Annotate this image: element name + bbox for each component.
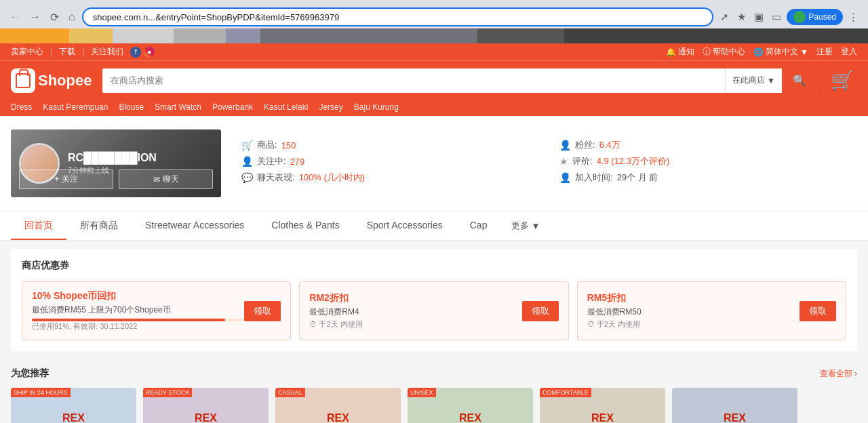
see-all-link[interactable]: 查看全部 › (820, 368, 857, 380)
joined-label: 加入时间: (575, 172, 613, 184)
rec-badge-1: SHIP IN 24 HOURS (11, 388, 71, 397)
browser-actions: ➚ ★ ▣ ▭ Paused ⋮ (717, 8, 861, 26)
coupon-claim-button-2[interactable]: 领取 (522, 301, 559, 321)
stat-products: 🛒 商品: 150 (241, 139, 539, 151)
download-link[interactable]: 下载 (59, 46, 75, 58)
header-top-right: 🔔 通知 ⓘ 帮助中心 🌐 简体中文 ▼ 注册 登入 (666, 46, 857, 58)
tab-all-products[interactable]: 所有商品 (66, 212, 132, 240)
star-icon: ★ (559, 156, 568, 167)
products-label: 商品: (257, 139, 277, 151)
rec-badge-5: COMFORTABLE (540, 388, 591, 397)
language-selector[interactable]: 🌐 简体中文 ▼ (753, 46, 808, 58)
nav-link-blouse[interactable]: Blouse (119, 102, 144, 112)
extensions-button[interactable]: ▣ (751, 8, 766, 26)
stat-chat: 💬 聊天表现: 100% (几小时内) (241, 172, 539, 184)
back-button[interactable]: ← (7, 8, 23, 26)
coupon-title-3: RM5折扣 (587, 292, 800, 304)
rec-badge-2: READY STOCK (143, 388, 192, 397)
coupon-claim-button-1[interactable]: 领取 (244, 301, 281, 321)
rec-card-img-1: SHIP IN 24 HOURS REX (11, 388, 136, 423)
chat-button[interactable]: ✉ 聊天 (119, 169, 213, 189)
nav-link-kasut-perempuan[interactable]: Kasut Perempuan (43, 102, 108, 112)
search-button[interactable]: 🔍 (782, 68, 817, 93)
rec-card-6[interactable]: REX (672, 388, 797, 423)
coupon-desc-2: 最低消费RM4 (309, 306, 521, 318)
coupon-info-3: RM5折扣 最低消费RM50 ⏱ 于2天 内使用 (587, 292, 800, 329)
rating-value: 4.9 (12.3万个评价) (597, 155, 670, 167)
tab-view-button[interactable]: ▭ (769, 8, 784, 26)
nav-link-dress[interactable]: Dress (11, 102, 32, 112)
tab-cap[interactable]: Cap (456, 212, 501, 240)
seller-center-link[interactable]: 卖家中心 (11, 46, 43, 58)
calendar-icon: 👤 (559, 172, 571, 183)
chat-perf-icon: 💬 (241, 172, 253, 183)
rec-card-4[interactable]: UNISEX REX (408, 388, 533, 423)
rating-label: 评价: (572, 155, 593, 167)
rec-card-2[interactable]: READY STOCK REX (143, 388, 269, 423)
logo-area[interactable]: Shopee (11, 68, 92, 93)
coupon-claim-button-3[interactable]: 领取 (800, 301, 836, 321)
chevron-down-icon: ▼ (531, 221, 540, 231)
followers-label: 粉丝: (575, 139, 595, 151)
stat-joined: 👤 加入时间: 29个 月 前 (559, 172, 857, 184)
rec-card-3[interactable]: CASUAL REX (275, 388, 401, 423)
cart-button[interactable]: 🛒 (828, 66, 857, 94)
coupons-grid: 10% Shopee币回扣 最低消费RM55 上限为700个Shopee币 已使… (22, 281, 846, 340)
followers-value: 6.4万 (599, 139, 620, 151)
user-avatar-dot (793, 11, 806, 23)
coupon-card-1: 10% Shopee币回扣 最低消费RM55 上限为700个Shopee币 已使… (22, 281, 291, 340)
rec-card-5[interactable]: COMFORTABLE REX (540, 388, 665, 423)
help-link[interactable]: ⓘ 帮助中心 (703, 46, 745, 58)
home-button[interactable]: ⌂ (66, 8, 78, 26)
forward-button[interactable]: → (27, 8, 43, 26)
tab-streetwear[interactable]: Streetwear Accessories (132, 212, 258, 240)
store-stats: 🛒 商品: 150 👤 粉丝: 6.4万 👤 关注中: 279 ★ 评价: 4.… (241, 129, 857, 197)
register-link[interactable]: 注册 (816, 46, 833, 58)
question-icon: ⓘ (703, 46, 711, 58)
following-label: 关注中: (257, 155, 286, 167)
menu-button[interactable]: ⋮ (846, 8, 861, 26)
nav-link-powerbank[interactable]: Powerbank (212, 102, 253, 112)
rec-header: 为您推荐 查看全部 › (11, 367, 857, 380)
search-input[interactable] (102, 68, 725, 93)
nav-link-kasut-lelaki[interactable]: Kasut Lelaki (264, 102, 308, 112)
rec-title: 为您推荐 (11, 367, 49, 380)
facebook-icon[interactable]: f (130, 47, 141, 58)
follow-button[interactable]: + 关注 (19, 169, 113, 189)
tab-clothes-pants[interactable]: Clothes & Pants (258, 212, 353, 240)
nav-link-baju-kurung[interactable]: Baju Kurung (354, 102, 399, 112)
login-link[interactable]: 登入 (841, 46, 857, 58)
browser-chrome: ← → ⟳ ⌂ shopee.com.n...&entryPoint=ShopB… (0, 0, 868, 28)
rec-card-1[interactable]: SHIP IN 24 HOURS REX (11, 388, 136, 423)
coupon-desc-3: 最低消费RM50 (587, 306, 800, 318)
instagram-icon[interactable]: ● (144, 47, 155, 58)
search-bar: 在此商店 ▼ 🔍 (102, 68, 817, 93)
following-icon: 👤 (241, 156, 253, 167)
reload-button[interactable]: ⟳ (47, 8, 62, 26)
social-icons: f ● (130, 47, 155, 58)
recommendations-section: 为您推荐 查看全部 › SHIP IN 24 HOURS REX READY S… (0, 359, 868, 423)
share-button[interactable]: ➚ (717, 8, 732, 26)
bookmark-button[interactable]: ★ (734, 8, 749, 26)
nav-link-smart-watch[interactable]: Smart Watch (155, 102, 201, 112)
tab-home[interactable]: 回首页 (11, 212, 66, 240)
chat-label: 聊天表现: (257, 172, 295, 184)
nav-link-jersey[interactable]: Jersey (319, 102, 342, 112)
tab-sport-accessories[interactable]: Sport Accessories (353, 212, 456, 240)
coupon-sub-1: 已使用91%, 有效期: 30.11.2022 (32, 321, 244, 331)
header-main: Shopee 在此商店 ▼ 🔍 🛒 (0, 61, 868, 100)
chevron-down-icon: ▼ (767, 76, 775, 85)
notification-link[interactable]: 🔔 通知 (666, 46, 694, 58)
chat-icon: ✉ (153, 175, 160, 184)
search-scope-button[interactable]: 在此商店 ▼ (725, 68, 782, 93)
header-top-left: 卖家中心 | 下载 | 关注我们 f ● (11, 46, 155, 58)
following-value: 279 (290, 157, 305, 167)
paused-button[interactable]: Paused (787, 9, 843, 25)
rec-badge-3: CASUAL (275, 388, 305, 397)
header-nav: Dress Kasut Perempuan Blouse Smart Watch… (0, 100, 868, 116)
url-bar[interactable]: shopee.com.n...&entryPoint=ShopByPDP&ite… (82, 7, 714, 26)
shopee-logo-bag (11, 68, 35, 93)
tab-more[interactable]: 更多 ▼ (500, 212, 551, 240)
store-icon: 🛒 (241, 140, 253, 150)
joined-value: 29个 月 前 (617, 172, 658, 184)
